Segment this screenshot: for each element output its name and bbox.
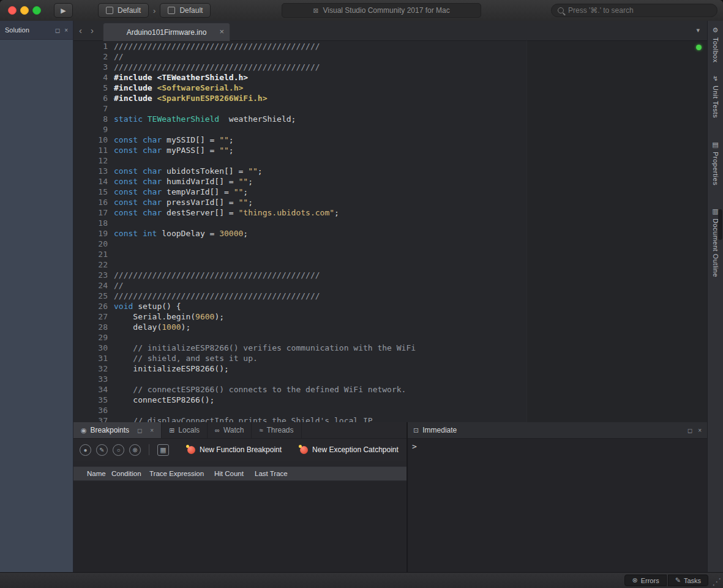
code-line[interactable]: 12 xyxy=(73,155,707,166)
line-number[interactable]: 11 xyxy=(73,145,108,155)
line-number[interactable]: 10 xyxy=(73,135,108,145)
line-number[interactable]: 17 xyxy=(73,207,108,218)
code-line[interactable]: 3///////////////////////////////////////… xyxy=(73,62,707,72)
line-number[interactable]: 4 xyxy=(73,72,108,83)
line-number[interactable]: 32 xyxy=(73,363,108,374)
line-number[interactable]: 2 xyxy=(73,51,108,62)
line-number[interactable]: 34 xyxy=(73,384,108,395)
line-number[interactable]: 6 xyxy=(73,93,108,103)
line-number[interactable]: 21 xyxy=(73,249,108,259)
errors-button[interactable]: ⊗ Errors xyxy=(624,575,666,586)
close-icon[interactable]: × xyxy=(64,27,68,34)
code-line[interactable]: 10const char mySSID[] = ""; xyxy=(73,135,707,145)
resize-grip[interactable]: ⋰ xyxy=(712,576,721,587)
code-line[interactable]: 34 // connectESP8266() connects to the d… xyxy=(73,384,707,395)
code-line[interactable]: 14const char humidVarId[] = ""; xyxy=(73,176,707,187)
tab-list-dropdown-icon[interactable]: ▾ xyxy=(696,26,700,34)
line-number[interactable]: 5 xyxy=(73,83,108,93)
line-number[interactable]: 9 xyxy=(73,124,108,135)
code-line[interactable]: 37 // displayConnectInfo prints the Shie… xyxy=(73,415,707,422)
code-line[interactable]: 24// xyxy=(73,280,707,291)
close-icon[interactable]: × xyxy=(698,427,702,434)
code-line[interactable]: 29 xyxy=(73,332,707,343)
line-number[interactable]: 16 xyxy=(73,197,108,207)
column-header-condition[interactable]: Condition xyxy=(111,470,149,477)
code-line[interactable]: 25//////////////////////////////////////… xyxy=(73,291,707,301)
code-line[interactable]: 20 xyxy=(73,239,707,249)
code-line[interactable]: 8static TEWeatherShield weatherShield; xyxy=(73,114,707,124)
code-editor[interactable]: 1///////////////////////////////////////… xyxy=(73,40,707,422)
line-number[interactable]: 19 xyxy=(73,228,108,239)
tasks-button[interactable]: ✎ Tasks xyxy=(668,575,708,586)
code-line[interactable]: 17const char destServer[] = "things.ubid… xyxy=(73,207,707,218)
code-health-indicator-icon[interactable] xyxy=(696,45,702,50)
tab-scroll-right-button[interactable]: › xyxy=(91,25,94,36)
code-line[interactable]: 19const int loopDelay = 30000; xyxy=(73,228,707,239)
breakpoints-list[interactable] xyxy=(73,481,406,572)
line-number[interactable]: 7 xyxy=(73,103,108,114)
dock-tab-toolbox[interactable]: ⚙Toolbox xyxy=(708,21,723,69)
code-line[interactable]: 18 xyxy=(73,218,707,228)
line-number[interactable]: 20 xyxy=(73,239,108,249)
dock-tab-unit-tests[interactable]: ↯Unit Tests xyxy=(708,69,723,125)
line-number[interactable]: 23 xyxy=(73,270,108,280)
code-line[interactable]: 7 xyxy=(73,103,707,114)
code-line[interactable]: 13const char ubidotsToken[] = ""; xyxy=(73,166,707,176)
dock-tab-properties[interactable]: ▤Properties xyxy=(708,135,723,192)
tab-scroll-left-button[interactable]: ‹ xyxy=(79,25,82,36)
new-breakpoint-button[interactable]: ● xyxy=(80,444,91,456)
run-button[interactable]: ▶ xyxy=(54,3,73,18)
tab-close-icon[interactable]: × xyxy=(219,27,224,36)
code-line[interactable]: 4#include <TEWeatherShield.h> xyxy=(73,72,707,83)
code-line[interactable]: 35 connectESP8266(); xyxy=(73,395,707,405)
line-number[interactable]: 24 xyxy=(73,280,108,291)
zoom-window-button[interactable] xyxy=(32,6,41,15)
immediate-console[interactable]: > xyxy=(408,439,707,572)
line-number[interactable]: 13 xyxy=(73,166,108,176)
code-line[interactable]: 21 xyxy=(73,249,707,259)
line-number[interactable]: 35 xyxy=(73,395,108,405)
code-line[interactable]: 9 xyxy=(73,124,707,135)
code-line[interactable]: 32 initializeESP8266(); xyxy=(73,363,707,374)
line-number[interactable]: 12 xyxy=(73,155,108,166)
close-window-button[interactable] xyxy=(8,6,17,15)
edit-breakpoint-button[interactable]: ✎ xyxy=(96,444,108,456)
column-header-trace-expression[interactable]: Trace Expression xyxy=(149,470,214,477)
line-number[interactable]: 31 xyxy=(73,353,108,363)
scrollbar-thumb[interactable] xyxy=(718,209,722,240)
column-header-last-trace[interactable]: Last Trace xyxy=(255,470,288,477)
bottom-tab-threads[interactable]: ≈Threads xyxy=(252,422,301,438)
code-line[interactable]: 16const char pressVarId[] = ""; xyxy=(73,197,707,207)
line-number[interactable]: 18 xyxy=(73,218,108,228)
code-line[interactable]: 36 xyxy=(73,405,707,415)
line-number[interactable]: 30 xyxy=(73,343,108,353)
code-line[interactable]: 22 xyxy=(73,259,707,270)
code-line[interactable]: 2// xyxy=(73,51,707,62)
dock-autohide-icon[interactable]: ◻ xyxy=(137,427,142,434)
enable-disable-breakpoint-button[interactable]: ○ xyxy=(113,444,124,456)
line-number[interactable]: 29 xyxy=(73,332,108,343)
code-line[interactable]: 30 // initializeESP8266() verifies commu… xyxy=(73,343,707,353)
remove-breakpoint-button[interactable]: ⊗ xyxy=(129,444,141,456)
line-number[interactable]: 27 xyxy=(73,311,108,322)
line-number[interactable]: 15 xyxy=(73,187,108,197)
dock-autohide-icon[interactable]: ◻ xyxy=(55,27,60,34)
device-configuration-button[interactable]: Default xyxy=(160,3,211,18)
line-number[interactable]: 36 xyxy=(73,405,108,415)
bottom-tab-locals[interactable]: ⊞Locals xyxy=(162,422,208,438)
columns-button[interactable]: ▦ xyxy=(157,444,169,456)
minimize-window-button[interactable] xyxy=(20,6,29,15)
bottom-tab-breakpoints[interactable]: ◉Breakpoints◻× xyxy=(73,422,162,438)
code-line[interactable]: 31 // shield, and sets it up. xyxy=(73,353,707,363)
solution-configuration-button[interactable]: Default xyxy=(98,3,149,18)
editor-tab-arduino101firmware[interactable]: Arduino101Firmware.ino × xyxy=(103,23,230,41)
code-line[interactable]: 27 Serial.begin(9600); xyxy=(73,311,707,322)
code-line[interactable]: 15const char tempVarId[] = ""; xyxy=(73,187,707,197)
line-number[interactable]: 1 xyxy=(73,41,108,51)
column-header-name[interactable]: Name xyxy=(87,470,111,477)
code-line[interactable]: 26void setup() { xyxy=(73,301,707,311)
code-line[interactable]: 5#include <SoftwareSerial.h> xyxy=(73,83,707,93)
line-number[interactable]: 26 xyxy=(73,301,108,311)
dock-autohide-icon[interactable]: ◻ xyxy=(687,427,692,434)
bottom-tab-watch[interactable]: ∞Watch xyxy=(208,422,252,438)
